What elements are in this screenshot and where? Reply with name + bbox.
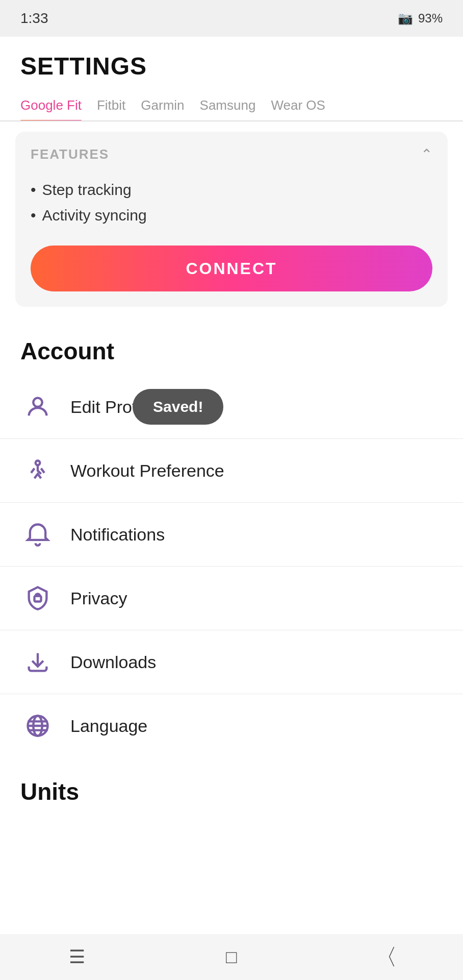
- status-bar: 1:33 📷 93%: [0, 0, 463, 37]
- shield-icon: [20, 581, 55, 616]
- menu-item-notifications[interactable]: Notifications: [0, 503, 463, 567]
- nav-home-button[interactable]: □: [211, 937, 252, 977]
- units-section: Units: [0, 757, 463, 816]
- bell-icon: [20, 517, 55, 552]
- tab-google-fit[interactable]: Google Fit: [20, 90, 97, 120]
- tabs-strip: Google Fit Fitbit Garmin Samsung Wear OS: [0, 90, 463, 121]
- back-chevron-icon: 〈: [375, 942, 397, 972]
- account-section-title: Account: [0, 317, 463, 375]
- tab-garmin[interactable]: Garmin: [141, 90, 199, 120]
- bluetooth-icon: 📷: [398, 11, 413, 26]
- units-section-title: Units: [0, 757, 463, 816]
- downloads-label: Downloads: [70, 652, 156, 672]
- menu-item-privacy[interactable]: Privacy: [0, 567, 463, 630]
- feature-step-tracking: Step tracking: [31, 177, 432, 203]
- page-header: SETTINGS: [0, 37, 463, 90]
- saved-toast: Saved!: [133, 389, 223, 425]
- download-icon: [20, 645, 55, 679]
- feature-activity-syncing: Activity syncing: [31, 203, 432, 228]
- account-section: Account Edit Profile Saved!: [0, 317, 463, 757]
- language-label: Language: [70, 716, 147, 736]
- page-title: SETTINGS: [20, 52, 443, 80]
- nav-menu-button[interactable]: ☰: [57, 937, 97, 977]
- menu-item-language[interactable]: Language: [0, 694, 463, 757]
- features-card: FEATURES ⌃ Step tracking Activity syncin…: [15, 132, 448, 307]
- home-square-icon: □: [226, 946, 237, 968]
- status-icons: 📷 93%: [398, 11, 443, 26]
- notifications-label: Notifications: [70, 525, 165, 545]
- bottom-nav: ☰ □ 〈: [0, 934, 463, 980]
- svg-point-0: [33, 398, 42, 407]
- svg-point-1: [36, 461, 40, 465]
- account-menu-list: Edit Profile Saved! Workout Preference: [0, 375, 463, 757]
- globe-icon: [20, 708, 55, 743]
- battery-text: 93%: [418, 11, 443, 26]
- menu-item-edit-profile[interactable]: Edit Profile Saved!: [0, 375, 463, 439]
- menu-item-workout-preference[interactable]: Workout Preference: [0, 439, 463, 503]
- features-list: Step tracking Activity syncing: [15, 177, 448, 240]
- features-header: FEATURES ⌃: [15, 132, 448, 177]
- nav-back-button[interactable]: 〈: [366, 937, 406, 977]
- workout-preference-label: Workout Preference: [70, 461, 224, 481]
- features-label: FEATURES: [31, 146, 109, 162]
- tab-wear-os[interactable]: Wear OS: [271, 90, 340, 120]
- fitness-icon: [20, 453, 55, 488]
- person-icon: [20, 389, 55, 424]
- chevron-up-icon[interactable]: ⌃: [421, 146, 432, 163]
- privacy-label: Privacy: [70, 589, 127, 608]
- menu-lines-icon: ☰: [69, 946, 85, 968]
- status-time: 1:33: [20, 10, 48, 27]
- connect-button[interactable]: CONNECT: [31, 246, 432, 291]
- menu-item-downloads[interactable]: Downloads: [0, 630, 463, 694]
- tab-fitbit[interactable]: Fitbit: [97, 90, 141, 120]
- tab-samsung[interactable]: Samsung: [200, 90, 271, 120]
